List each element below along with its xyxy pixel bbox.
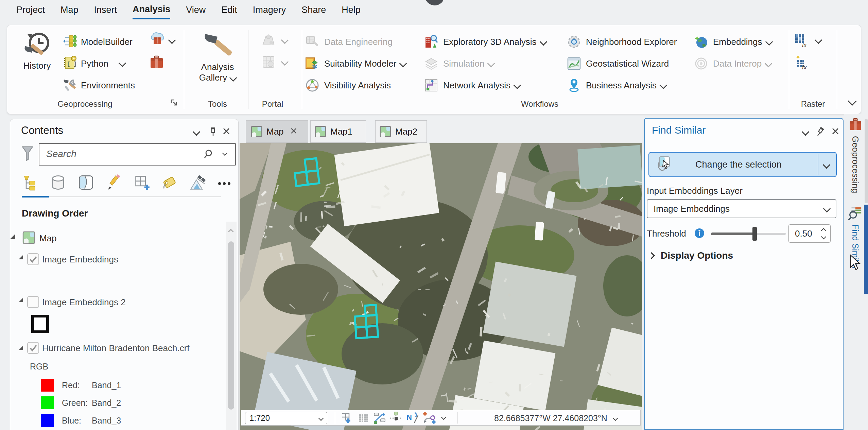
threshold-slider[interactable]: [711, 228, 786, 239]
business-analysis-dropdown[interactable]: [660, 82, 667, 89]
change-selection-dropdown[interactable]: [823, 161, 831, 169]
filter-icon[interactable]: [21, 145, 34, 165]
workflow-visibility-analysis[interactable]: Visibility Analysis: [305, 77, 391, 94]
list-by-snapping-icon[interactable]: [133, 174, 150, 192]
menu-analysis[interactable]: Analysis: [133, 4, 170, 19]
image-embeddings-2-swatch[interactable]: [31, 315, 49, 333]
hurricane-layer-expander[interactable]: [19, 346, 23, 350]
workflow-suitability-modeler[interactable]: Suitability Modeler: [305, 55, 406, 72]
analysis-gallery-button[interactable]: Analysis Gallery: [192, 29, 243, 90]
change-selection-button[interactable]: Change the selection: [648, 152, 837, 177]
menu-share[interactable]: Share: [301, 5, 326, 19]
threshold-spin-down[interactable]: [821, 234, 827, 240]
workflow-business-analysis[interactable]: Business Analysis: [566, 77, 666, 94]
environments-button[interactable]: Environments: [62, 77, 135, 94]
workflow-geostatistical-wizard[interactable]: Geostatistical Wizard: [566, 55, 669, 72]
find-similar-pin-icon[interactable]: [816, 126, 825, 138]
map-layer-label[interactable]: Map: [39, 233, 57, 244]
find-similar-close-icon[interactable]: [831, 127, 839, 137]
python-button[interactable]: [ ] Python: [63, 55, 108, 72]
dock-tab-find-similar[interactable]: Find Similar: [848, 206, 866, 294]
menu-imagery[interactable]: Imagery: [253, 5, 286, 19]
workflow-neighborhood-explorer[interactable]: Neighborhood Explorer: [566, 33, 677, 50]
contents-close-icon[interactable]: [222, 127, 230, 137]
image-embeddings-2-checkbox[interactable]: [27, 296, 39, 308]
hurricane-layer-checkbox[interactable]: [27, 342, 39, 354]
scale-dropdown-icon[interactable]: [318, 415, 324, 421]
modelbuilder-button[interactable]: ModelBuilder: [62, 33, 133, 50]
list-by-drawing-order-icon[interactable]: [22, 174, 39, 192]
threshold-spin-up[interactable]: [821, 228, 827, 234]
measure-icon[interactable]: [372, 411, 386, 426]
contents-pin-icon[interactable]: [209, 126, 218, 138]
list-by-labeling-icon[interactable]: [161, 174, 178, 192]
graticule-icon[interactable]: [357, 411, 370, 426]
python-icon: [ ]: [63, 55, 77, 72]
route-tool-icon[interactable]: [422, 411, 437, 426]
slider-handle[interactable]: [752, 227, 757, 241]
image-embeddings-label[interactable]: Image Embeddings: [42, 254, 118, 265]
image-embeddings-2-expander[interactable]: [19, 298, 23, 302]
image-embeddings-expander[interactable]: [19, 255, 23, 259]
geoprocessing-dialog-launcher[interactable]: [170, 99, 179, 109]
change-selection-split-divider: [818, 154, 818, 175]
open-table-icon[interactable]: [340, 411, 353, 426]
input-embeddings-dropdown-icon[interactable]: [823, 205, 831, 213]
arcgis-pro-window: Project Map Insert Analysis View Edit Im…: [0, 0, 868, 430]
map-tab-close-icon[interactable]: [290, 127, 297, 136]
dock-tab-geoprocessing[interactable]: Geoprocessing: [848, 118, 866, 203]
network-analysis-dropdown[interactable]: [514, 82, 521, 89]
map-tab[interactable]: Map: [246, 120, 308, 143]
raster-function-editor-button[interactable]: fx: [793, 54, 810, 71]
raster-functions-button[interactable]: fx: [793, 32, 810, 50]
green-band-label: Green:: [62, 398, 92, 408]
toolbox-button[interactable]: [149, 55, 164, 71]
embeddings-dropdown[interactable]: [765, 38, 773, 46]
aerial-imagery: [240, 143, 642, 430]
map1-tab[interactable]: Map1: [310, 120, 366, 143]
suitability-modeler-dropdown[interactable]: [399, 60, 407, 68]
scrollbar-up-icon[interactable]: [228, 229, 234, 235]
exploratory-3d-dropdown[interactable]: [539, 38, 547, 46]
map-viewport[interactable]: [240, 143, 642, 430]
menu-project[interactable]: Project: [16, 5, 45, 19]
threshold-info-icon[interactable]: [694, 228, 705, 240]
menu-help[interactable]: Help: [342, 5, 361, 19]
list-by-selection-icon[interactable]: [77, 174, 94, 192]
north-arrow-icon[interactable]: N: [406, 411, 419, 426]
search-options-dropdown[interactable]: [222, 151, 228, 156]
threshold-spinbox[interactable]: 0.50: [788, 224, 831, 243]
menu-edit[interactable]: Edit: [221, 5, 237, 19]
coordinates-dropdown-icon[interactable]: [613, 415, 618, 421]
list-by-data-source-icon[interactable]: [50, 174, 67, 192]
list-by-editing-icon[interactable]: [105, 174, 122, 192]
menu-insert[interactable]: Insert: [94, 5, 117, 19]
image-embeddings-checkbox[interactable]: [27, 253, 39, 265]
cloud-toolbox-button[interactable]: [148, 32, 166, 50]
snap-segment-icon[interactable]: [389, 411, 402, 426]
search-icon[interactable]: [203, 149, 213, 161]
workflow-embeddings[interactable]: Embeddings: [693, 33, 772, 50]
workflow-network-analysis[interactable]: Network Analysis: [423, 77, 520, 94]
scrollbar-thumb[interactable]: [228, 241, 234, 410]
display-options-expander[interactable]: Display Options: [649, 250, 733, 261]
contents-more-options-icon[interactable]: [217, 174, 232, 192]
workflow-exploratory-3d[interactable]: Exploratory 3D Analysis: [423, 33, 546, 50]
contents-search-box[interactable]: Search: [39, 143, 236, 166]
find-similar-title: Find Similar: [652, 124, 706, 136]
scale-combobox[interactable]: 1:720: [245, 412, 327, 424]
green-band-value: Band_2: [92, 398, 121, 408]
toolbox-icon: [149, 55, 164, 70]
contents-scrollbar[interactable]: [226, 222, 237, 430]
map-expander[interactable]: [10, 234, 15, 239]
change-selection-label: Change the selection: [695, 159, 782, 170]
menu-view[interactable]: View: [186, 5, 206, 19]
image-embeddings-2-label[interactable]: Image Embeddings 2: [42, 297, 126, 308]
hurricane-layer-label[interactable]: Hurricane Milton Bradenton Beach.crf: [42, 343, 190, 354]
coordinates-readout[interactable]: 82.6685377°W 27.4608203°N: [476, 412, 636, 424]
list-by-imagery-icon[interactable]: [189, 174, 206, 192]
menu-map[interactable]: Map: [60, 5, 79, 19]
history-button[interactable]: History: [15, 29, 59, 80]
input-embeddings-combobox[interactable]: Image Embeddings: [647, 199, 836, 218]
map2-tab[interactable]: Map2: [375, 120, 427, 143]
